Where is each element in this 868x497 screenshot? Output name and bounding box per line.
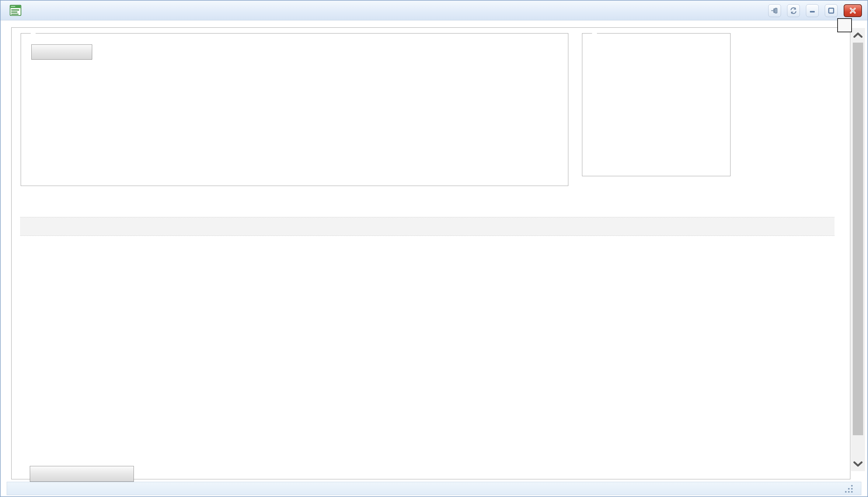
chevron-down-icon	[853, 462, 863, 467]
status-bar	[7, 482, 861, 495]
maximize-icon	[827, 7, 835, 14]
chevron-up-icon	[853, 32, 863, 38]
minimize-button[interactable]	[806, 4, 819, 17]
audit-window	[0, 0, 868, 497]
refresh-button[interactable]	[787, 4, 800, 17]
action-items-section	[582, 33, 730, 176]
collapse-toggle[interactable]	[837, 18, 852, 32]
scroll-up-button[interactable]	[851, 28, 865, 42]
add-new-service-request-button[interactable]	[30, 466, 134, 482]
close-icon	[849, 7, 856, 14]
pager-strip	[20, 217, 835, 236]
close-button[interactable]	[844, 4, 862, 17]
edit-button[interactable]	[31, 44, 92, 60]
scrollbar-thumb[interactable]	[853, 43, 863, 435]
maximize-button[interactable]	[825, 4, 838, 17]
vertical-scrollbar[interactable]	[851, 28, 865, 471]
pin-button[interactable]	[768, 4, 781, 17]
minimize-icon	[809, 7, 816, 14]
service-request-grid	[20, 217, 835, 236]
title-bar	[1, 1, 867, 20]
audit-information-section	[21, 33, 568, 186]
audit-window-icon	[10, 5, 21, 16]
content-panel	[11, 27, 850, 479]
resize-grip-icon[interactable]	[843, 484, 854, 493]
pin-icon	[771, 7, 778, 14]
scroll-down-button[interactable]	[851, 457, 865, 471]
refresh-icon	[790, 7, 797, 14]
